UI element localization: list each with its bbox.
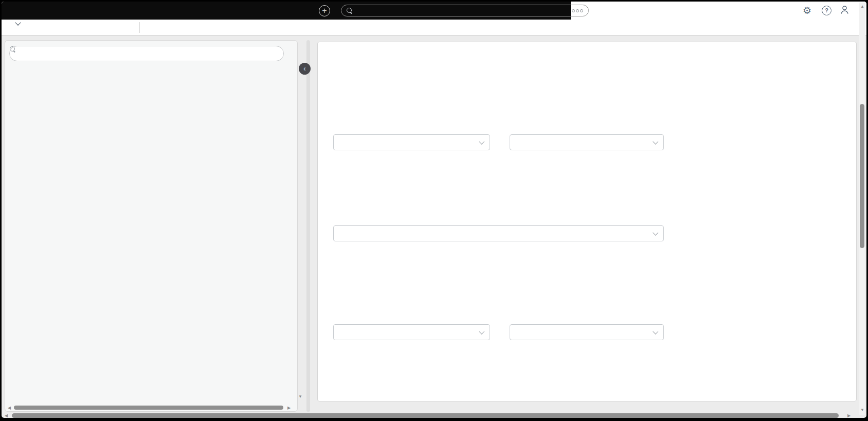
chevron-down-icon	[653, 329, 658, 335]
help-icon[interactable]: ?	[822, 6, 831, 15]
create-new-button[interactable]: +	[319, 5, 330, 16]
main-vertical-scrollbar[interactable]: ▲ ▼	[859, 3, 865, 415]
user-profile-icon[interactable]	[839, 5, 850, 17]
page-hscroll-right-arrow[interactable]: ▶	[847, 414, 851, 418]
inherent-likelihood-select[interactable]	[510, 134, 664, 150]
chevron-down-icon	[479, 329, 484, 335]
settings-gear-icon[interactable]: ⚙	[803, 5, 811, 16]
collapse-panel-button[interactable]: ‹	[299, 63, 311, 75]
vscroll-thumb[interactable]	[860, 104, 864, 248]
chevron-down-icon	[15, 20, 21, 25]
app-switcher[interactable]	[9, 23, 20, 25]
tree-vscroll-down-arrow[interactable]: ▼	[298, 395, 302, 399]
tree-hscroll-left-arrow[interactable]: ◀	[8, 406, 11, 410]
inherent-impact-select[interactable]	[333, 134, 490, 150]
impact-high-dot	[340, 330, 345, 335]
tree-search-input[interactable]	[9, 46, 284, 61]
audit-tree-panel: ◀ ▶	[5, 40, 298, 412]
effectiveness-weak-dot	[340, 231, 345, 236]
control-effectiveness-select[interactable]	[333, 225, 664, 241]
impact-high-dot	[340, 140, 345, 145]
chevron-down-icon	[653, 139, 658, 145]
likelihood-possible-dot	[516, 330, 521, 335]
chevron-down-icon	[479, 139, 484, 145]
vscroll-down-arrow[interactable]: ▼	[860, 408, 864, 412]
search-icon	[347, 8, 353, 14]
residual-impact-select[interactable]	[333, 324, 490, 340]
global-search-input[interactable]	[341, 5, 589, 16]
chevron-down-icon	[653, 230, 658, 236]
risk-assessment-panel	[317, 42, 857, 401]
tree-hscroll-thumb[interactable]	[14, 406, 283, 410]
page-hscroll-thumb[interactable]	[12, 413, 839, 418]
app-window: + ⚙ ? ◀ ▶	[2, 2, 866, 418]
panel-divider	[306, 40, 310, 412]
more-options-icon[interactable]	[572, 9, 583, 12]
top-bar: + ⚙ ?	[2, 2, 866, 20]
tree-hscroll-right-arrow[interactable]: ▶	[287, 406, 291, 410]
page-hscroll-left-arrow[interactable]: ◀	[5, 414, 8, 418]
residual-likelihood-select[interactable]	[510, 324, 664, 340]
nav-separator	[139, 22, 140, 33]
likelihood-possible-dot	[516, 140, 521, 145]
vscroll-up-arrow[interactable]: ▲	[860, 5, 864, 9]
nav-bar	[2, 20, 866, 36]
